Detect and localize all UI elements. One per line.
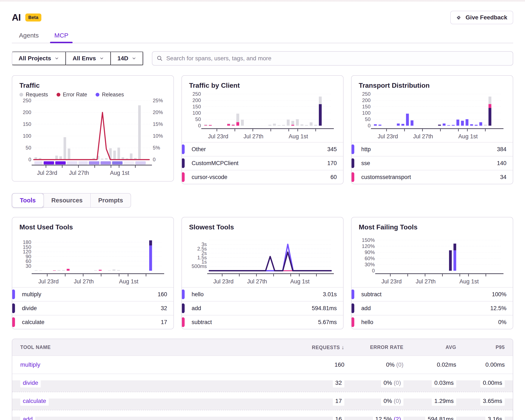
legend-color-pill xyxy=(351,290,354,299)
avg-value: 0.02ms xyxy=(437,361,456,368)
most-failing-chart-canvas[interactable]: 150%120%90%60%30%0Jul 23rdJul 27thAug 1s… xyxy=(359,237,506,286)
column-header-p95[interactable]: P95 xyxy=(456,345,505,350)
legend-item[interactable]: sse 140 xyxy=(352,156,513,170)
main-nav-tabs: Agents MCP xyxy=(12,31,513,43)
p95-value: 0.00ms xyxy=(485,361,505,368)
svg-text:Aug 1st: Aug 1st xyxy=(290,278,309,285)
svg-text:Jul 23rd: Jul 23rd xyxy=(213,278,234,285)
legend-value: 170 xyxy=(327,160,337,167)
legend-color-pill xyxy=(351,172,354,182)
svg-text:25%: 25% xyxy=(153,98,163,103)
svg-text:250: 250 xyxy=(192,91,201,97)
most-failing-tools-card: Most Failing Tools 150%120%90%60%30%0Jul… xyxy=(351,217,513,329)
svg-text:0: 0 xyxy=(28,157,31,162)
filter-bar: All Projects All Envs 14D xyxy=(12,51,513,65)
slowest-chart-canvas[interactable]: 3s2.5s2s1.5s1s500msJul 23rdJul 27thAug 1… xyxy=(189,237,336,286)
legend-item[interactable]: hello 0% xyxy=(352,315,513,329)
traffic-by-client-chart-canvas[interactable]: 250200150100500Jul 23rdJul 27thAug 1st xyxy=(189,91,336,141)
legend-value: 0% xyxy=(498,319,506,326)
legend-item[interactable]: CustomMCPClient 170 xyxy=(182,156,343,170)
legend-color-pill xyxy=(12,317,15,327)
chart-title: Most Failing Tools xyxy=(359,223,506,231)
tool-link[interactable]: multiply xyxy=(20,361,40,368)
svg-text:200: 200 xyxy=(192,97,201,103)
svg-text:150: 150 xyxy=(362,104,371,110)
column-header-error-rate[interactable]: ERROR RATE xyxy=(344,345,403,350)
svg-text:5%: 5% xyxy=(153,145,160,151)
svg-text:Jul 23rd: Jul 23rd xyxy=(378,133,398,140)
svg-text:0: 0 xyxy=(198,123,201,128)
chevron-down-icon xyxy=(55,56,59,61)
legend-item[interactable]: customssetransport 34 xyxy=(352,170,513,184)
tool-link[interactable]: add xyxy=(20,414,35,420)
svg-text:100: 100 xyxy=(23,133,31,139)
legend-item[interactable]: multiply 160 xyxy=(12,287,173,301)
legend-value: 5.67ms xyxy=(318,319,337,326)
chart-title: Most Used Tools xyxy=(19,223,166,231)
traffic-cards-row: Traffic Requests Error Rate Releases 250… xyxy=(12,75,513,184)
svg-text:50: 50 xyxy=(365,116,371,122)
legend-color-pill xyxy=(351,317,354,327)
svg-text:Jul 27th: Jul 27th xyxy=(69,170,89,176)
tab-agents[interactable]: Agents xyxy=(19,31,39,43)
page-header: AI Beta Give Feedback Agents MCP xyxy=(0,1,525,43)
avg-value: 1.29ms xyxy=(432,396,456,406)
column-header-avg[interactable]: AVG xyxy=(403,345,456,350)
legend-color-pill xyxy=(12,290,15,299)
tool-link[interactable]: calculate xyxy=(20,396,49,406)
legend-value: 594.81ms xyxy=(312,305,337,312)
give-feedback-button[interactable]: Give Feedback xyxy=(450,11,513,24)
legend-item[interactable]: cursor-vscode 60 xyxy=(182,170,343,184)
p95-value: 3.16s xyxy=(485,414,505,420)
column-header-requests[interactable]: REQUESTS ↓ xyxy=(292,344,344,351)
legend-item[interactable]: subtract 5.67ms xyxy=(182,315,343,329)
svg-text:0: 0 xyxy=(368,123,371,128)
sort-desc-icon: ↓ xyxy=(341,344,344,350)
tab-mcp[interactable]: MCP xyxy=(54,31,68,43)
svg-text:Jul 27th: Jul 27th xyxy=(413,133,433,140)
tab-resources[interactable]: Resources xyxy=(43,193,90,207)
tab-prompts[interactable]: Prompts xyxy=(90,193,131,207)
legend-item-requests[interactable]: Requests xyxy=(19,91,48,98)
legend-value: 160 xyxy=(158,291,167,298)
svg-text:Aug 1st: Aug 1st xyxy=(119,278,138,285)
legend-item[interactable]: hello 3.01s xyxy=(182,287,343,301)
legend-color-pill xyxy=(181,172,185,182)
legend-item[interactable]: add 594.81ms xyxy=(182,301,343,315)
top-strip xyxy=(0,0,525,1)
daterange-filter[interactable]: 14D xyxy=(111,52,143,65)
legend-item[interactable]: divide 32 xyxy=(12,301,173,315)
page-title: AI xyxy=(12,12,21,23)
traffic-chart-canvas[interactable]: 25020015010050025%20%15%10%5%0Jul 23rdJu… xyxy=(19,98,166,177)
legend-item[interactable]: add 12.5% xyxy=(352,301,513,315)
legend-item[interactable]: http 384 xyxy=(352,142,513,156)
legend-dot xyxy=(96,93,99,97)
legend-item-error-rate[interactable]: Error Rate xyxy=(56,91,87,98)
chart-legend: http 384 sse 140 customssetransport 34 xyxy=(352,142,513,184)
search-input[interactable] xyxy=(152,51,513,65)
tools-cards-row: Most Used Tools 180150120906030Jul 23rdJ… xyxy=(12,217,513,329)
requests-value: 160 xyxy=(334,361,344,368)
project-filter[interactable]: All Projects xyxy=(12,52,66,65)
svg-text:500ms: 500ms xyxy=(192,263,207,269)
legend-item-releases[interactable]: Releases xyxy=(96,91,124,98)
error-rate-value: 12.5% (2) xyxy=(373,414,403,420)
svg-text:0: 0 xyxy=(153,157,156,162)
avg-value: 0.03ms xyxy=(432,378,456,388)
legend-item[interactable]: Other 345 xyxy=(182,142,343,156)
p95-value: 3.65ms xyxy=(480,396,505,406)
tool-link[interactable]: divide xyxy=(20,378,41,388)
legend-color-pill xyxy=(181,145,185,154)
beta-badge: Beta xyxy=(25,13,41,21)
env-filter[interactable]: All Envs xyxy=(66,52,111,65)
svg-text:15%: 15% xyxy=(153,121,163,127)
column-header-tool-name[interactable]: TOOL NAME xyxy=(20,345,292,350)
tab-tools[interactable]: Tools xyxy=(12,193,44,208)
svg-text:Jul 23rd: Jul 23rd xyxy=(37,170,57,176)
svg-text:Aug 1st: Aug 1st xyxy=(110,170,129,176)
most-used-chart-canvas[interactable]: 180150120906030Jul 23rdJul 27thAug 1st xyxy=(19,237,166,286)
traffic-card: Traffic Requests Error Rate Releases 250… xyxy=(12,75,174,182)
legend-item[interactable]: subtract 100% xyxy=(352,287,513,301)
legend-item[interactable]: calculate 17 xyxy=(12,315,173,329)
transport-chart-canvas[interactable]: 250200150100500Jul 23rdJul 27thAug 1st xyxy=(359,91,506,141)
